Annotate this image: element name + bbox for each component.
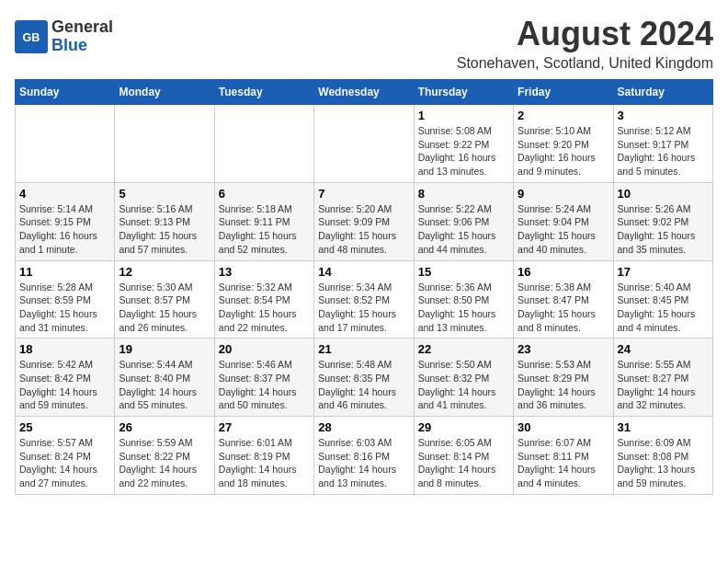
day-number: 23 (518, 342, 609, 356)
calendar-cell (115, 105, 214, 183)
day-info: Sunrise: 5:59 AMSunset: 8:22 PMDaylight:… (119, 436, 210, 490)
day-info: Sunrise: 5:30 AMSunset: 8:57 PMDaylight:… (119, 281, 210, 335)
day-number: 7 (318, 187, 409, 201)
day-info: Sunrise: 5:53 AMSunset: 8:29 PMDaylight:… (518, 358, 609, 412)
calendar-cell: 14Sunrise: 5:34 AMSunset: 8:52 PMDayligh… (314, 260, 414, 339)
col-header-monday: Monday (115, 80, 214, 105)
day-number: 29 (418, 420, 509, 434)
day-info: Sunrise: 6:03 AMSunset: 8:16 PMDaylight:… (318, 436, 409, 490)
day-number: 24 (618, 342, 709, 356)
calendar-week-1: 1Sunrise: 5:08 AMSunset: 9:22 PMDaylight… (16, 105, 713, 183)
calendar-week-4: 18Sunrise: 5:42 AMSunset: 8:42 PMDayligh… (16, 339, 713, 417)
calendar-header-row: SundayMondayTuesdayWednesdayThursdayFrid… (16, 80, 713, 105)
calendar-cell: 31Sunrise: 6:09 AMSunset: 8:08 PMDayligh… (613, 417, 712, 495)
day-info: Sunrise: 5:46 AMSunset: 8:37 PMDaylight:… (219, 358, 310, 412)
day-number: 18 (19, 342, 110, 356)
day-info: Sunrise: 5:08 AMSunset: 9:22 PMDaylight:… (418, 124, 509, 178)
day-number: 3 (618, 109, 709, 122)
calendar-week-2: 4Sunrise: 5:14 AMSunset: 9:15 PMDaylight… (16, 182, 713, 260)
day-number: 14 (318, 265, 409, 279)
day-info: Sunrise: 5:28 AMSunset: 8:59 PMDaylight:… (19, 281, 110, 335)
col-header-friday: Friday (514, 80, 613, 105)
calendar-cell (16, 105, 115, 183)
calendar-cell: 22Sunrise: 5:50 AMSunset: 8:32 PMDayligh… (414, 339, 513, 417)
calendar-cell: 5Sunrise: 5:16 AMSunset: 9:13 PMDaylight… (115, 182, 214, 260)
day-number: 12 (119, 265, 210, 279)
page-header: GB General Blue August 2024 Stonehaven, … (15, 15, 713, 72)
calendar-cell: 23Sunrise: 5:53 AMSunset: 8:29 PMDayligh… (514, 339, 613, 417)
day-info: Sunrise: 6:09 AMSunset: 8:08 PMDaylight:… (618, 436, 709, 490)
day-number: 15 (418, 265, 509, 279)
month-year-title: August 2024 (457, 15, 713, 53)
day-info: Sunrise: 5:26 AMSunset: 9:02 PMDaylight:… (618, 202, 709, 257)
calendar-cell: 1Sunrise: 5:08 AMSunset: 9:22 PMDaylight… (414, 105, 513, 183)
day-number: 4 (19, 187, 110, 201)
calendar-cell: 21Sunrise: 5:48 AMSunset: 8:35 PMDayligh… (314, 339, 414, 417)
day-number: 25 (19, 420, 110, 434)
day-number: 16 (518, 265, 609, 279)
day-info: Sunrise: 5:24 AMSunset: 9:04 PMDaylight:… (518, 202, 609, 257)
calendar-cell: 19Sunrise: 5:44 AMSunset: 8:40 PMDayligh… (115, 339, 214, 417)
day-info: Sunrise: 5:44 AMSunset: 8:40 PMDaylight:… (119, 358, 210, 412)
day-info: Sunrise: 5:55 AMSunset: 8:27 PMDaylight:… (618, 358, 709, 412)
day-number: 11 (19, 265, 110, 279)
day-info: Sunrise: 5:32 AMSunset: 8:54 PMDaylight:… (219, 281, 310, 335)
col-header-sunday: Sunday (16, 80, 115, 105)
day-number: 27 (219, 420, 310, 434)
day-info: Sunrise: 5:18 AMSunset: 9:11 PMDaylight:… (219, 202, 310, 257)
calendar-cell: 18Sunrise: 5:42 AMSunset: 8:42 PMDayligh… (16, 339, 115, 417)
calendar-cell: 10Sunrise: 5:26 AMSunset: 9:02 PMDayligh… (613, 182, 712, 260)
day-info: Sunrise: 5:40 AMSunset: 8:45 PMDaylight:… (618, 281, 709, 335)
col-header-tuesday: Tuesday (214, 80, 313, 105)
calendar-week-3: 11Sunrise: 5:28 AMSunset: 8:59 PMDayligh… (16, 260, 713, 339)
calendar-table: SundayMondayTuesdayWednesdayThursdayFrid… (15, 79, 713, 495)
calendar-cell: 12Sunrise: 5:30 AMSunset: 8:57 PMDayligh… (115, 260, 214, 339)
day-info: Sunrise: 6:05 AMSunset: 8:14 PMDaylight:… (418, 436, 509, 490)
day-number: 1 (418, 109, 509, 122)
calendar-cell: 15Sunrise: 5:36 AMSunset: 8:50 PMDayligh… (414, 260, 513, 339)
day-number: 21 (318, 342, 409, 356)
day-info: Sunrise: 5:48 AMSunset: 8:35 PMDaylight:… (318, 358, 409, 412)
day-number: 22 (418, 342, 509, 356)
calendar-cell: 29Sunrise: 6:05 AMSunset: 8:14 PMDayligh… (414, 417, 513, 495)
calendar-cell (314, 105, 414, 183)
day-number: 17 (618, 265, 709, 279)
day-number: 2 (518, 109, 609, 122)
title-block: August 2024 Stonehaven, Scotland, United… (457, 15, 713, 72)
calendar-cell: 26Sunrise: 5:59 AMSunset: 8:22 PMDayligh… (115, 417, 214, 495)
calendar-cell: 25Sunrise: 5:57 AMSunset: 8:24 PMDayligh… (16, 417, 115, 495)
day-info: Sunrise: 6:01 AMSunset: 8:19 PMDaylight:… (219, 436, 310, 490)
logo: GB General Blue (15, 18, 113, 55)
calendar-cell: 27Sunrise: 6:01 AMSunset: 8:19 PMDayligh… (214, 417, 313, 495)
day-info: Sunrise: 5:42 AMSunset: 8:42 PMDaylight:… (19, 358, 110, 412)
col-header-wednesday: Wednesday (314, 80, 414, 105)
calendar-cell: 20Sunrise: 5:46 AMSunset: 8:37 PMDayligh… (214, 339, 313, 417)
day-number: 13 (219, 265, 310, 279)
calendar-cell: 8Sunrise: 5:22 AMSunset: 9:06 PMDaylight… (414, 182, 513, 260)
calendar-cell: 3Sunrise: 5:12 AMSunset: 9:17 PMDaylight… (613, 105, 712, 183)
day-info: Sunrise: 5:34 AMSunset: 8:52 PMDaylight:… (318, 281, 409, 335)
day-info: Sunrise: 6:07 AMSunset: 8:11 PMDaylight:… (518, 436, 609, 490)
day-number: 31 (618, 420, 709, 434)
calendar-cell: 13Sunrise: 5:32 AMSunset: 8:54 PMDayligh… (214, 260, 313, 339)
calendar-cell: 28Sunrise: 6:03 AMSunset: 8:16 PMDayligh… (314, 417, 414, 495)
col-header-saturday: Saturday (613, 80, 712, 105)
day-number: 10 (618, 187, 709, 201)
logo-general-text: General (51, 18, 113, 37)
day-info: Sunrise: 5:36 AMSunset: 8:50 PMDaylight:… (418, 281, 509, 335)
calendar-cell: 11Sunrise: 5:28 AMSunset: 8:59 PMDayligh… (16, 260, 115, 339)
logo-blue-text: Blue (51, 37, 113, 55)
day-number: 6 (219, 187, 310, 201)
day-info: Sunrise: 5:22 AMSunset: 9:06 PMDaylight:… (418, 202, 509, 257)
location-subtitle: Stonehaven, Scotland, United Kingdom (457, 55, 713, 72)
day-number: 8 (418, 187, 509, 201)
day-number: 19 (119, 342, 210, 356)
day-info: Sunrise: 5:16 AMSunset: 9:13 PMDaylight:… (119, 202, 210, 257)
logo-icon: GB (15, 20, 48, 53)
day-info: Sunrise: 5:14 AMSunset: 9:15 PMDaylight:… (19, 202, 110, 257)
svg-text:GB: GB (23, 31, 40, 44)
calendar-cell: 16Sunrise: 5:38 AMSunset: 8:47 PMDayligh… (514, 260, 613, 339)
calendar-cell: 30Sunrise: 6:07 AMSunset: 8:11 PMDayligh… (514, 417, 613, 495)
day-info: Sunrise: 5:50 AMSunset: 8:32 PMDaylight:… (418, 358, 509, 412)
day-number: 5 (119, 187, 210, 201)
